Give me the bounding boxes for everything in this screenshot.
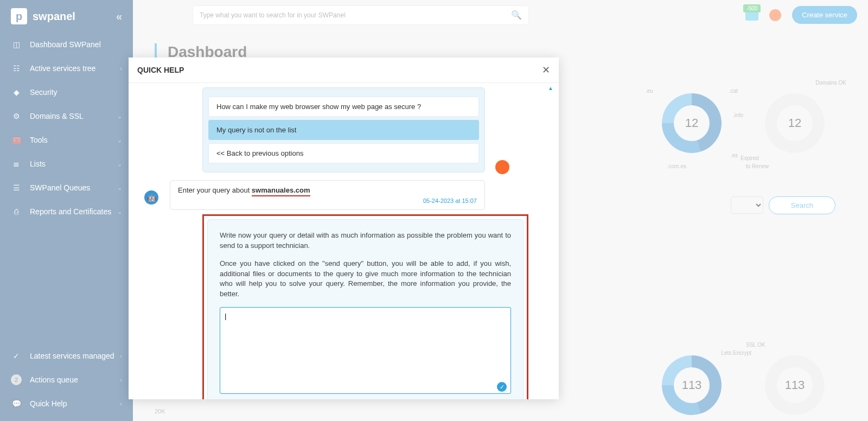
quick-help-modal: QUICK HELP ✕ ▲ How can I make my web bro… [129, 58, 559, 399]
query-panel: Write now your query or detail with as m… [207, 219, 524, 399]
query-highlight: Write now your query or detail with as m… [202, 214, 528, 399]
prompt-domain: swmanuales.com [252, 186, 310, 196]
timestamp: 05-24-2023 at 15:07 [178, 197, 477, 204]
user-avatar-icon [495, 160, 509, 174]
instruction-1: Write now your query or detail with as m… [220, 231, 511, 251]
modal-title: QUICK HELP [137, 66, 184, 74]
close-icon[interactable]: ✕ [542, 64, 550, 76]
check-icon: ✓ [497, 382, 507, 392]
qa-option-back[interactable]: << Back to previous options [208, 143, 479, 163]
qa-option-not-listed[interactable]: My query is not on the list [208, 120, 479, 140]
modal-body: ▲ How can I make my web browser show my … [129, 83, 559, 399]
bot-avatar-icon: 🤖 [144, 190, 158, 205]
scroll-up-icon[interactable]: ▲ [548, 85, 553, 91]
instruction-2: Once you have clicked on the "send query… [220, 259, 511, 299]
options-bubble: How can I make my web browser show my we… [202, 87, 485, 173]
qa-option-secure[interactable]: How can I make my web browser show my we… [208, 97, 479, 117]
query-textarea[interactable] [220, 307, 511, 394]
prompt-bubble: 🤖 Enter your query about swmanuales.com … [170, 180, 485, 210]
